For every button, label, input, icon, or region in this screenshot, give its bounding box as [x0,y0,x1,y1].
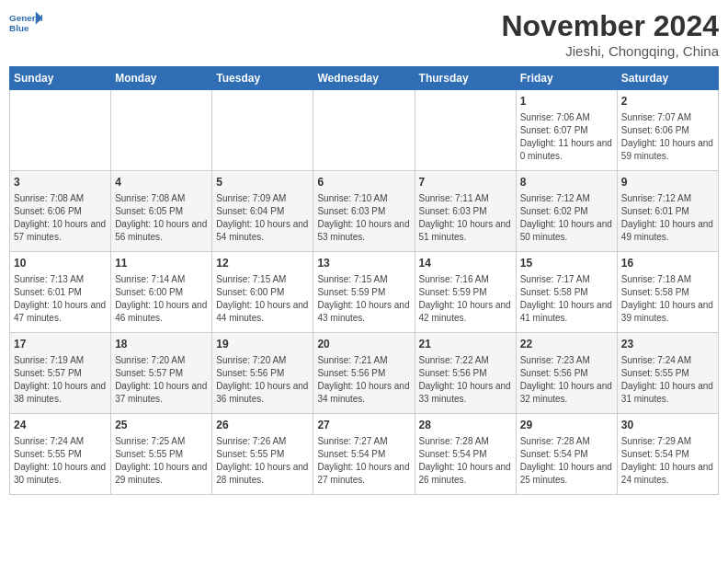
week-row-1: 1Sunrise: 7:06 AM Sunset: 6:07 PM Daylig… [10,90,719,171]
day-info: Sunrise: 7:24 AM Sunset: 5:55 PM Dayligh… [14,435,107,487]
day-info: Sunrise: 7:08 AM Sunset: 6:06 PM Dayligh… [14,192,107,244]
calendar-cell-week2-day1: 4Sunrise: 7:08 AM Sunset: 6:05 PM Daylig… [111,171,212,252]
day-number: 29 [520,418,613,433]
location-subtitle: Jieshi, Chongqing, China [501,43,719,59]
calendar-cell-week2-day3: 6Sunrise: 7:10 AM Sunset: 6:03 PM Daylig… [313,171,415,252]
day-number: 5 [216,175,309,190]
weekday-header-row: SundayMondayTuesdayWednesdayThursdayFrid… [10,67,719,90]
day-number: 23 [621,337,714,352]
day-info: Sunrise: 7:27 AM Sunset: 5:54 PM Dayligh… [317,435,410,487]
day-number: 16 [621,256,714,271]
day-number: 28 [419,418,512,433]
day-number: 26 [216,418,309,433]
calendar-cell-week5-day0: 24Sunrise: 7:24 AM Sunset: 5:55 PM Dayli… [10,414,111,495]
day-info: Sunrise: 7:15 AM Sunset: 5:59 PM Dayligh… [317,273,410,325]
day-number: 10 [14,256,107,271]
calendar-cell-week4-day0: 17Sunrise: 7:19 AM Sunset: 5:57 PM Dayli… [10,333,111,414]
day-info: Sunrise: 7:17 AM Sunset: 5:58 PM Dayligh… [520,273,613,325]
calendar-cell-week5-day5: 29Sunrise: 7:28 AM Sunset: 5:54 PM Dayli… [516,414,617,495]
day-info: Sunrise: 7:21 AM Sunset: 5:56 PM Dayligh… [317,354,410,406]
calendar-cell-week3-day1: 11Sunrise: 7:14 AM Sunset: 6:00 PM Dayli… [111,252,212,333]
day-info: Sunrise: 7:25 AM Sunset: 5:55 PM Dayligh… [115,435,208,487]
weekday-header-friday: Friday [516,67,617,90]
week-row-3: 10Sunrise: 7:13 AM Sunset: 6:01 PM Dayli… [10,252,719,333]
day-number: 13 [317,256,410,271]
weekday-header-sunday: Sunday [10,67,111,90]
calendar-cell-week2-day4: 7Sunrise: 7:11 AM Sunset: 6:03 PM Daylig… [415,171,516,252]
day-info: Sunrise: 7:19 AM Sunset: 5:57 PM Dayligh… [14,354,107,406]
calendar-cell-week2-day6: 9Sunrise: 7:12 AM Sunset: 6:01 PM Daylig… [617,171,718,252]
day-info: Sunrise: 7:29 AM Sunset: 5:54 PM Dayligh… [621,435,714,487]
calendar-cell-week3-day2: 12Sunrise: 7:15 AM Sunset: 6:00 PM Dayli… [212,252,313,333]
page-header: General Blue November 2024 Jieshi, Chong… [9,9,719,59]
svg-text:Blue: Blue [9,23,29,33]
logo-icon: General Blue [9,9,42,37]
day-info: Sunrise: 7:23 AM Sunset: 5:56 PM Dayligh… [520,354,613,406]
day-number: 25 [115,418,208,433]
day-number: 24 [14,418,107,433]
day-info: Sunrise: 7:07 AM Sunset: 6:06 PM Dayligh… [621,111,714,163]
calendar-cell-week4-day3: 20Sunrise: 7:21 AM Sunset: 5:56 PM Dayli… [313,333,415,414]
day-info: Sunrise: 7:10 AM Sunset: 6:03 PM Dayligh… [317,192,410,244]
calendar-cell-week1-day1 [111,90,212,171]
day-info: Sunrise: 7:26 AM Sunset: 5:55 PM Dayligh… [216,435,309,487]
day-info: Sunrise: 7:08 AM Sunset: 6:05 PM Dayligh… [115,192,208,244]
day-number: 17 [14,337,107,352]
month-title: November 2024 [501,9,719,43]
title-block: November 2024 Jieshi, Chongqing, China [501,9,719,59]
day-info: Sunrise: 7:12 AM Sunset: 6:01 PM Dayligh… [621,192,714,244]
day-info: Sunrise: 7:15 AM Sunset: 6:00 PM Dayligh… [216,273,309,325]
calendar-cell-week5-day1: 25Sunrise: 7:25 AM Sunset: 5:55 PM Dayli… [111,414,212,495]
calendar-cell-week1-day4 [415,90,516,171]
weekday-header-monday: Monday [111,67,212,90]
day-number: 20 [317,337,410,352]
weekday-header-saturday: Saturday [617,67,718,90]
day-number: 18 [115,337,208,352]
day-info: Sunrise: 7:18 AM Sunset: 5:58 PM Dayligh… [621,273,714,325]
day-number: 14 [419,256,512,271]
calendar-cell-week5-day3: 27Sunrise: 7:27 AM Sunset: 5:54 PM Dayli… [313,414,415,495]
calendar-cell-week2-day5: 8Sunrise: 7:12 AM Sunset: 6:02 PM Daylig… [516,171,617,252]
day-number: 11 [115,256,208,271]
calendar-cell-week4-day6: 23Sunrise: 7:24 AM Sunset: 5:55 PM Dayli… [617,333,718,414]
day-number: 30 [621,418,714,433]
day-number: 8 [520,175,613,190]
week-row-4: 17Sunrise: 7:19 AM Sunset: 5:57 PM Dayli… [10,333,719,414]
calendar-cell-week1-day3 [313,90,415,171]
day-info: Sunrise: 7:24 AM Sunset: 5:55 PM Dayligh… [621,354,714,406]
day-info: Sunrise: 7:16 AM Sunset: 5:59 PM Dayligh… [419,273,512,325]
day-info: Sunrise: 7:28 AM Sunset: 5:54 PM Dayligh… [419,435,512,487]
calendar-cell-week1-day5: 1Sunrise: 7:06 AM Sunset: 6:07 PM Daylig… [516,90,617,171]
weekday-header-thursday: Thursday [415,67,516,90]
calendar-cell-week3-day4: 14Sunrise: 7:16 AM Sunset: 5:59 PM Dayli… [415,252,516,333]
day-number: 15 [520,256,613,271]
day-number: 1 [520,94,613,109]
calendar-cell-week1-day0 [10,90,111,171]
day-number: 6 [317,175,410,190]
day-number: 22 [520,337,613,352]
weekday-header-tuesday: Tuesday [212,67,313,90]
day-number: 19 [216,337,309,352]
day-number: 9 [621,175,714,190]
calendar-cell-week5-day4: 28Sunrise: 7:28 AM Sunset: 5:54 PM Dayli… [415,414,516,495]
calendar-cell-week3-day0: 10Sunrise: 7:13 AM Sunset: 6:01 PM Dayli… [10,252,111,333]
calendar-cell-week1-day2 [212,90,313,171]
week-row-5: 24Sunrise: 7:24 AM Sunset: 5:55 PM Dayli… [10,414,719,495]
calendar-cell-week4-day2: 19Sunrise: 7:20 AM Sunset: 5:56 PM Dayli… [212,333,313,414]
calendar-cell-week4-day1: 18Sunrise: 7:20 AM Sunset: 5:57 PM Dayli… [111,333,212,414]
day-info: Sunrise: 7:20 AM Sunset: 5:56 PM Dayligh… [216,354,309,406]
calendar-cell-week5-day2: 26Sunrise: 7:26 AM Sunset: 5:55 PM Dayli… [212,414,313,495]
calendar-cell-week2-day0: 3Sunrise: 7:08 AM Sunset: 6:06 PM Daylig… [10,171,111,252]
day-info: Sunrise: 7:12 AM Sunset: 6:02 PM Dayligh… [520,192,613,244]
calendar-cell-week5-day6: 30Sunrise: 7:29 AM Sunset: 5:54 PM Dayli… [617,414,718,495]
day-number: 7 [419,175,512,190]
day-info: Sunrise: 7:09 AM Sunset: 6:04 PM Dayligh… [216,192,309,244]
day-number: 4 [115,175,208,190]
day-number: 21 [419,337,512,352]
calendar-table: SundayMondayTuesdayWednesdayThursdayFrid… [9,66,719,495]
calendar-cell-week3-day5: 15Sunrise: 7:17 AM Sunset: 5:58 PM Dayli… [516,252,617,333]
logo: General Blue [9,9,42,37]
day-number: 12 [216,256,309,271]
day-info: Sunrise: 7:20 AM Sunset: 5:57 PM Dayligh… [115,354,208,406]
day-info: Sunrise: 7:28 AM Sunset: 5:54 PM Dayligh… [520,435,613,487]
